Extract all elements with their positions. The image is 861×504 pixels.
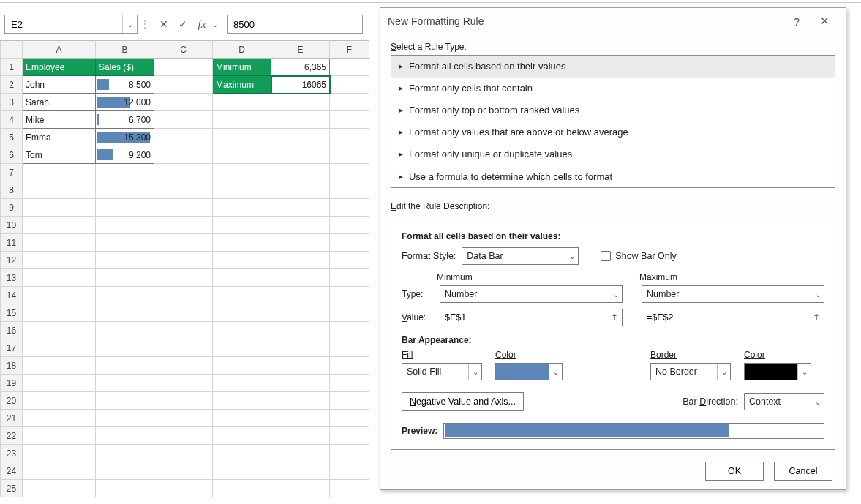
cell[interactable] [154, 427, 213, 445]
cell[interactable] [271, 217, 330, 234]
cell[interactable] [330, 146, 369, 164]
cell[interactable] [96, 304, 154, 322]
column-header[interactable]: F [330, 41, 369, 59]
row-header[interactable]: 1 [1, 59, 23, 76]
cell[interactable] [213, 111, 271, 129]
cell[interactable] [154, 304, 213, 322]
column-header[interactable]: D [213, 41, 271, 59]
cell[interactable] [96, 287, 154, 304]
fill-color-picker[interactable]: ⌄ [495, 363, 563, 380]
cell[interactable] [96, 427, 154, 445]
cell[interactable] [23, 445, 96, 462]
cell[interactable] [154, 111, 213, 129]
cell[interactable] [154, 199, 213, 217]
cell[interactable] [154, 146, 213, 164]
chevron-down-icon[interactable]: ⌄ [717, 364, 730, 380]
cell[interactable] [154, 129, 213, 146]
chevron-down-icon[interactable]: ⌄ [565, 248, 578, 264]
cell[interactable] [96, 357, 154, 375]
cell[interactable] [271, 375, 330, 392]
row-header[interactable]: 6 [1, 146, 23, 164]
border-color-picker[interactable]: ⌄ [744, 363, 811, 380]
cell[interactable] [330, 410, 369, 427]
cell[interactable] [271, 94, 330, 111]
cell[interactable] [96, 480, 154, 497]
chevron-down-icon[interactable]: ⌄ [609, 286, 622, 302]
max-value-input[interactable]: ↥ [642, 309, 824, 326]
row-header[interactable]: 9 [1, 199, 23, 217]
row-header[interactable]: 16 [1, 322, 23, 339]
cell[interactable] [154, 94, 213, 111]
cell[interactable] [154, 287, 213, 304]
cell[interactable] [154, 410, 213, 427]
cell[interactable] [330, 357, 369, 375]
row-header[interactable]: 3 [1, 94, 23, 111]
ok-button[interactable]: OK [705, 462, 764, 481]
bar-direction-combobox[interactable]: Context ⌄ [744, 393, 824, 410]
cell[interactable] [330, 111, 369, 129]
cell[interactable] [271, 392, 330, 410]
cell[interactable] [213, 129, 271, 146]
cell[interactable] [23, 322, 96, 339]
cell[interactable] [154, 462, 213, 480]
cell[interactable] [23, 217, 96, 234]
cancel-formula-icon[interactable]: ✕ [157, 17, 171, 31]
cell[interactable] [213, 322, 271, 339]
max-value-field[interactable] [642, 312, 808, 323]
name-box-dropdown-icon[interactable]: ⌄ [122, 15, 137, 33]
row-header[interactable]: 10 [1, 217, 23, 234]
rule-type-item[interactable]: ►Format only top or bottom ranked values [391, 99, 835, 121]
cell[interactable]: 12,000 [96, 94, 154, 111]
cell[interactable] [23, 339, 96, 357]
cell[interactable] [213, 94, 271, 111]
cell[interactable] [154, 339, 213, 357]
column-header[interactable]: E [271, 41, 330, 59]
cell[interactable]: Minimum [213, 59, 271, 76]
cell[interactable] [271, 252, 330, 269]
cell[interactable] [330, 164, 369, 181]
cell[interactable] [213, 392, 271, 410]
cell[interactable] [23, 357, 96, 375]
cell[interactable] [154, 59, 213, 76]
cell[interactable] [96, 269, 154, 287]
cell[interactable] [23, 480, 96, 497]
cell[interactable] [330, 375, 369, 392]
row-header[interactable]: 18 [1, 357, 23, 375]
cell[interactable]: 15,300 [96, 129, 154, 146]
fx-dropdown-icon[interactable]: ⌄ [212, 20, 218, 29]
cell[interactable] [330, 269, 369, 287]
cell[interactable] [96, 410, 154, 427]
cell[interactable] [96, 445, 154, 462]
row-header[interactable]: 19 [1, 375, 23, 392]
max-type-combobox[interactable]: Number ⌄ [642, 285, 824, 303]
close-icon[interactable]: ✕ [811, 11, 838, 31]
cell[interactable] [23, 410, 96, 427]
cell[interactable]: Emma [23, 129, 96, 146]
cell[interactable] [96, 252, 154, 269]
row-header[interactable]: 15 [1, 304, 23, 322]
cell[interactable] [213, 427, 271, 445]
cell[interactable] [213, 462, 271, 480]
cell[interactable] [330, 234, 369, 252]
cell[interactable] [330, 287, 369, 304]
min-value-field[interactable] [440, 312, 606, 323]
cell[interactable]: 16065 [271, 76, 330, 94]
cell[interactable] [154, 234, 213, 252]
cell[interactable] [23, 462, 96, 480]
cell[interactable] [154, 164, 213, 181]
cell[interactable] [213, 357, 271, 375]
name-box-input[interactable] [5, 19, 122, 30]
chevron-down-icon[interactable]: ⌄ [549, 364, 562, 380]
cell[interactable] [23, 427, 96, 445]
min-type-combobox[interactable]: Number ⌄ [440, 285, 623, 303]
cell[interactable] [271, 427, 330, 445]
cell[interactable] [271, 146, 330, 164]
cell[interactable] [271, 181, 330, 199]
row-header[interactable]: 7 [1, 164, 23, 181]
rule-type-item[interactable]: ►Format only cells that contain [391, 78, 835, 99]
cell[interactable]: 6,700 [96, 111, 154, 129]
cell[interactable] [96, 181, 154, 199]
chevron-down-icon[interactable]: ⌄ [811, 286, 824, 302]
cell[interactable] [213, 480, 271, 497]
row-header[interactable]: 14 [1, 287, 23, 304]
